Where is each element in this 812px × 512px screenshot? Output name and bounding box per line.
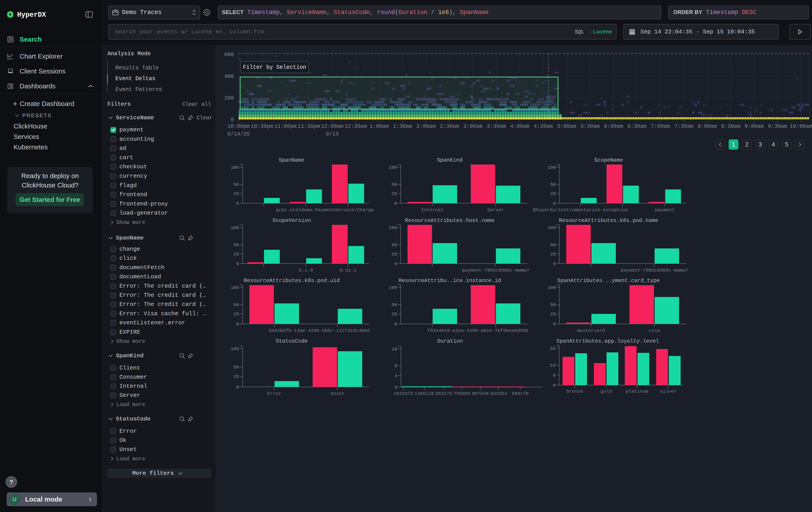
svg-text:4:00am: 4:00am (510, 123, 529, 129)
svg-text:25: 25 (550, 191, 556, 196)
svg-text:payment-7985c8969c-mwmw7: payment-7985c8969c-mwmw7 (621, 268, 688, 273)
svg-text:StatusCode: StatusCode (276, 338, 308, 344)
svg-text:Unset: Unset (330, 391, 344, 396)
svg-text:32: 32 (550, 346, 556, 351)
svg-text:25: 25 (233, 312, 239, 317)
svg-text:8: 8 (553, 373, 556, 378)
svg-text:0: 0 (394, 261, 397, 266)
svg-text:25: 25 (392, 191, 397, 196)
svg-text:2:00am: 2:00am (416, 123, 436, 129)
svg-text:583275: 583275 (435, 391, 452, 396)
svg-text:@hyperdx/instrumentation-excep: @hyperdx/instrumentation-exception (533, 208, 628, 213)
svg-text:5e02b5fb-13ae-4296-bbbc-111f42: 5e02b5fb-13ae-4296-bbbc-111f423c460d (269, 328, 370, 333)
svg-text:platinum: platinum (626, 389, 648, 394)
svg-text:0: 0 (395, 385, 397, 390)
svg-text:50: 50 (392, 182, 397, 187)
svg-text:200: 200 (224, 95, 234, 101)
svg-text:100: 100 (389, 225, 397, 231)
svg-text:999176: 999176 (512, 391, 529, 396)
svg-text:100: 100 (389, 165, 397, 170)
svg-text:grpc.oteldemo.PaymentService/C: grpc.oteldemo.PaymentService/Charge (276, 208, 374, 213)
svg-text:ResourceAttributes.k8s.pod.uid: ResourceAttributes.k8s.pod.uid (244, 277, 340, 284)
svg-text:100: 100 (547, 225, 556, 231)
svg-text:759085: 759085 (454, 391, 470, 396)
svg-text:25: 25 (550, 252, 556, 257)
svg-text:50: 50 (392, 242, 397, 247)
svg-text:payment-7985c8969c-mwmw7: payment-7985c8969c-mwmw7 (462, 268, 529, 273)
svg-text:50: 50 (233, 242, 239, 247)
svg-text:0: 0 (231, 117, 234, 123)
svg-text:10:30pm: 10:30pm (251, 123, 273, 129)
svg-text:ResourceAttributes.k8s.pod.nam: ResourceAttributes.k8s.pod.name (559, 217, 658, 223)
svg-text:4: 4 (395, 373, 397, 378)
svg-text:100: 100 (231, 285, 239, 290)
svg-text:50: 50 (233, 182, 239, 187)
svg-text:25: 25 (233, 252, 239, 257)
svg-text:0: 0 (236, 385, 239, 390)
svg-text:16: 16 (392, 347, 397, 352)
svg-text:50: 50 (550, 302, 556, 307)
svg-text:100: 100 (231, 346, 239, 351)
svg-text:0: 0 (236, 261, 239, 266)
svg-text:silver: silver (660, 389, 677, 394)
svg-text:0: 0 (236, 322, 239, 327)
svg-text:6:30am: 6:30am (628, 123, 646, 129)
svg-text:6:00am: 6:00am (604, 123, 623, 129)
svg-text:8: 8 (395, 363, 397, 369)
svg-text:payment: payment (655, 208, 675, 213)
svg-text:SpanName: SpanName (279, 157, 304, 163)
svg-text:8:30am: 8:30am (721, 123, 740, 129)
svg-text:7:00am: 7:00am (651, 123, 670, 129)
svg-text:807648: 807648 (472, 391, 489, 396)
svg-text:0: 0 (553, 201, 556, 206)
svg-text:ScopeVersion: ScopeVersion (272, 217, 311, 223)
svg-text:U: U (12, 496, 17, 503)
svg-text:5:30am: 5:30am (581, 123, 600, 129)
svg-text:50: 50 (550, 242, 556, 247)
svg-text:100: 100 (231, 165, 239, 170)
svg-text:Internal: Internal (421, 208, 443, 213)
svg-text:100: 100 (389, 285, 397, 290)
svg-text:Duration: Duration (437, 338, 463, 344)
svg-text:bronze: bronze (566, 389, 583, 394)
svg-text:ResourceAttribu..ice.instance.: ResourceAttribu..ice.instance.id (399, 277, 501, 284)
svg-text:3:30am: 3:30am (487, 123, 506, 129)
svg-text:Server: Server (487, 208, 504, 213)
svg-text:50: 50 (233, 302, 239, 307)
svg-text:SpanKind: SpanKind (437, 157, 462, 163)
svg-text:12:00am: 12:00am (321, 123, 344, 129)
svg-text:1405128: 1405128 (414, 391, 434, 396)
svg-text:0: 0 (236, 201, 239, 206)
svg-text:10:00pm: 10:00pm (228, 123, 250, 129)
svg-text:Error: Error (267, 391, 281, 396)
svg-text:0: 0 (394, 322, 397, 327)
svg-text:842654: 842654 (490, 391, 507, 396)
svg-text:SpanAttributes...yment.card_ty: SpanAttributes...yment.card_type (557, 277, 660, 284)
svg-text:1019375: 1019375 (394, 391, 413, 396)
svg-text:11:30pm: 11:30pm (298, 123, 320, 129)
svg-text:f5344ec9-a1ea-4290-a62a-78f5be: f5344ec9-a1ea-4290-a62a-78f5bee8d90b (427, 328, 528, 333)
svg-text:11:00pm: 11:00pm (274, 123, 297, 129)
svg-text:?: ? (9, 479, 13, 486)
svg-text:mastercard: mastercard (577, 328, 605, 333)
svg-text:50: 50 (392, 302, 397, 307)
svg-text:25: 25 (233, 191, 239, 196)
svg-text:4:30am: 4:30am (533, 123, 553, 129)
svg-text:5:00am: 5:00am (557, 123, 576, 129)
svg-text:12:30am: 12:30am (345, 123, 367, 129)
svg-text:0.51.1: 0.51.1 (340, 268, 356, 273)
svg-text:50: 50 (233, 365, 239, 370)
svg-text:100: 100 (547, 285, 556, 290)
svg-text:8:00am: 8:00am (698, 123, 717, 129)
svg-text:visa: visa (649, 328, 660, 333)
svg-text:2:30am: 2:30am (440, 123, 459, 129)
svg-text:ResourceAttributes.host.name: ResourceAttributes.host.name (405, 217, 494, 223)
svg-text:gold: gold (601, 389, 612, 394)
svg-text:0.1.0: 0.1.0 (299, 268, 313, 273)
svg-text:9/14/25: 9/14/25 (228, 131, 250, 137)
svg-text:1:00am: 1:00am (370, 123, 389, 129)
svg-text:100: 100 (231, 225, 239, 231)
svg-text:25: 25 (392, 252, 397, 257)
svg-text:1:30am: 1:30am (393, 123, 412, 129)
svg-text:0: 0 (553, 383, 556, 388)
